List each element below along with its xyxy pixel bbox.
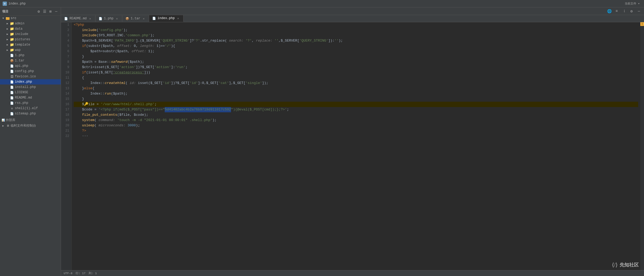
l16-ile: ile = xyxy=(88,102,101,107)
line-numbers: 1 2 3 4 5 6 7 8 9 10 11 12 13 14 15 16 1… xyxy=(61,22,72,270)
ln-12: 12 xyxy=(63,81,69,86)
apiphp-label: api.php xyxy=(14,64,28,68)
sidebar-item-admin[interactable]: ▶ 📁 admin xyxy=(0,21,61,26)
l5-str: '/' xyxy=(165,43,171,49)
l5-end: ){ xyxy=(171,43,175,49)
current-file-btn[interactable]: 当前文件 ▾ xyxy=(623,1,641,6)
code-editor[interactable]: 1 2 3 4 5 6 7 8 9 10 11 12 13 14 15 16 1… xyxy=(61,22,644,270)
sidebar-item-license[interactable]: 📄 LICENSE xyxy=(0,90,61,95)
1php-file-icon: 📄 xyxy=(10,53,14,57)
wap-folder-icon: 📁 xyxy=(10,48,14,52)
logo-watermark: ⟨/⟩ 先知社区 xyxy=(612,262,639,268)
code-line-19: system( command: 'touch -m -d "2021-01-0… xyxy=(74,118,638,123)
l4-op1: ].($_SERVER[ xyxy=(136,38,161,43)
title-bar-text: index.php xyxy=(8,2,26,6)
l2-include: include xyxy=(82,28,97,33)
readme-file-icon: 📄 xyxy=(10,96,14,100)
indexphp-tab-close[interactable]: ✕ xyxy=(176,16,180,20)
ln-3: 3 xyxy=(63,33,69,38)
sidebar-item-shellelf[interactable]: ⚙ shell(1).elf xyxy=(0,106,61,111)
toolbar-gear-icon[interactable]: ⚙ xyxy=(629,8,634,14)
tab-1tar[interactable]: 📦 1.tar ✕ xyxy=(122,15,149,22)
app-icon: ⚙ xyxy=(3,2,7,6)
l20-indent xyxy=(74,123,82,128)
tree-root[interactable]: ▼ src xyxy=(0,16,61,21)
l4-sp2 xyxy=(272,38,275,43)
sidebar-item-configphp[interactable]: 📄 config.php xyxy=(0,69,61,74)
toolbar-minus-icon[interactable]: — xyxy=(636,8,642,14)
1tar-tab-close[interactable]: ✕ xyxy=(142,17,146,20)
l7-brace: } xyxy=(74,54,84,59)
sidebar-item-sitemapphp[interactable]: 📄 sitemap.php xyxy=(0,111,61,116)
sidebar-sort-icon[interactable]: ☰ xyxy=(42,9,47,14)
code-line-22: ··· xyxy=(74,133,638,139)
readme-tab-close[interactable]: ✕ xyxy=(88,17,92,20)
sidebar-item-template[interactable]: ▶ 📁 template xyxy=(0,42,61,47)
l1-phpopen: <?php xyxy=(74,22,84,28)
l12-op4: ]:0,$_GET[ xyxy=(198,81,219,86)
l6-hint: offset: xyxy=(132,49,146,54)
l20-num: 3000 xyxy=(128,123,136,128)
1tar-label: 1.tar xyxy=(14,59,24,63)
code-line-5: if(substr($path, offset: 0, length: 1)==… xyxy=(74,43,638,49)
sidebar-collapse-icon[interactable]: — xyxy=(54,9,59,14)
admin-arrow: ▶ xyxy=(5,22,10,25)
right-gutter: ! xyxy=(640,22,644,270)
code-line-18: file_put_contents($file, $code); xyxy=(74,112,638,118)
shellelf-label: shell(1).elf xyxy=(14,106,38,110)
sidebar-settings-icon[interactable]: ⚙ xyxy=(36,9,41,14)
toolbar-structure-icon[interactable]: ⫶ xyxy=(621,8,627,14)
temp-icon: 🖥 xyxy=(5,124,10,128)
l2-p1: ( xyxy=(97,28,99,33)
sidebar-item-installphp[interactable]: 📄 install.php xyxy=(0,84,61,90)
sidebar-item-readme[interactable]: 📄 README.md xyxy=(0,95,61,100)
tab-readme[interactable]: 📄 README.md ✕ xyxy=(61,15,95,22)
l19-indent xyxy=(74,118,82,123)
logo-symbol: ⟨/⟩ xyxy=(612,262,617,268)
l5-hint1: offset: xyxy=(117,43,132,49)
installphp-file-icon: 📄 xyxy=(10,85,14,89)
sidebar-item-1tar[interactable]: 📦 1.tar xyxy=(0,58,61,63)
sidebar-item-1php[interactable]: 📄 1.php xyxy=(0,53,61,58)
l12-createhtml: createhtml xyxy=(105,81,125,86)
code-line-8: $path = Base::safeword($path); xyxy=(74,59,638,65)
sidebar-item-indexphp[interactable]: 📄 index.php xyxy=(0,79,61,84)
toolbar-list-icon[interactable]: ≡ xyxy=(614,8,620,14)
l5-sp1: 0, xyxy=(132,43,140,49)
ln-17: 17 xyxy=(63,107,69,112)
l13-else: else xyxy=(84,86,92,91)
sidebar-item-pictures[interactable]: ▶ 📁 pictures xyxy=(0,37,61,42)
tab-bar: 📄 README.md ✕ 📄 1.php ✕ 📦 1.tar ✕ 📄 inde… xyxy=(61,15,644,22)
1php-tab-icon: 📄 xyxy=(99,17,102,20)
sidebar: 项目 ⚙ ☰ ⊞ — ▼ src ▶ 📁 admin xyxy=(0,7,61,276)
toolbar-earth-icon[interactable]: 🌐 xyxy=(606,8,612,14)
data-label: data xyxy=(14,27,23,31)
l12-end: ]); xyxy=(262,81,268,86)
sidebar-item-external[interactable]: 📊 外部库 xyxy=(0,117,61,123)
ln-14: 14 xyxy=(63,91,69,96)
sidebar-item-temp[interactable]: ▶ 🖥 临时文件和控制台 xyxy=(0,123,61,128)
l20-op: ( xyxy=(94,123,99,128)
indexphp-tab-icon: 📄 xyxy=(152,17,156,20)
sidebar-item-include[interactable]: ▶ 📁 include xyxy=(0,32,61,37)
l6-path: $path=substr($path, xyxy=(74,49,132,54)
tab-1php[interactable]: 📄 1.php ✕ xyxy=(95,15,122,22)
tab-indexphp[interactable]: 📄 index.php ✕ xyxy=(149,15,184,22)
main-container: 项目 ⚙ ☰ ⊞ — ▼ src ▶ 📁 admin xyxy=(0,7,644,276)
l22-dots: ··· xyxy=(74,133,88,139)
sidebar-item-rssphp[interactable]: 📄 rss.php xyxy=(0,100,61,106)
1php-tab-close[interactable]: ✕ xyxy=(115,17,119,20)
l14-run: run xyxy=(105,91,111,96)
sidebar-filter-icon[interactable]: ⊞ xyxy=(48,9,53,14)
favicon-label: favicon.ico xyxy=(14,75,36,78)
template-label: template xyxy=(14,43,30,47)
readme-label: README.md xyxy=(14,96,32,100)
l3-str: 'common.php' xyxy=(125,33,150,38)
sidebar-item-wap[interactable]: ▶ 📁 wap xyxy=(0,47,61,53)
sidebar-item-apiphp[interactable]: 📄 api.php xyxy=(0,63,61,69)
l3-include: include xyxy=(82,33,97,38)
sidebar-item-favicon[interactable]: 🖼 favicon.ico xyxy=(0,74,61,79)
l4-s3: '?' xyxy=(194,38,200,43)
sidebar-item-data[interactable]: ▶ 📁 data xyxy=(0,26,61,32)
l17-cmd: cmd xyxy=(264,107,270,112)
